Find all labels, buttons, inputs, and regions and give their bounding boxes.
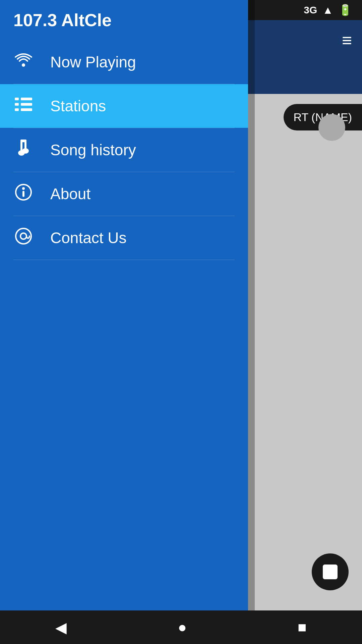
drawer-title: 107.3 AltCle — [13, 10, 112, 30]
stop-icon — [323, 565, 338, 579]
divider-5 — [13, 260, 235, 260]
about-label: About — [50, 185, 90, 203]
gray-circle — [318, 114, 345, 141]
song-history-label: Song history — [50, 141, 136, 159]
menu-item-song-history[interactable]: Song history — [0, 128, 248, 172]
status-right: 3G ▲ 🔋 — [304, 4, 352, 16]
info-icon — [13, 183, 34, 205]
nav-bar: ◀ ● ■ — [0, 610, 362, 644]
menu-item-about[interactable]: About — [0, 172, 248, 216]
nav-drawer: 107.3 AltCle Now Playing — [0, 0, 248, 624]
back-button[interactable]: ◀ — [45, 615, 77, 639]
list-icon — [13, 96, 34, 116]
svg-rect-1 — [15, 98, 19, 100]
svg-point-16 — [20, 233, 26, 239]
svg-rect-6 — [21, 108, 32, 111]
svg-point-14 — [22, 187, 25, 190]
menu-item-stations[interactable]: Stations — [0, 84, 248, 128]
battery-icon: 🔋 — [339, 4, 352, 16]
signal-icon: ▲ — [322, 4, 333, 16]
svg-rect-5 — [15, 108, 19, 111]
svg-rect-4 — [21, 103, 32, 106]
stop-button[interactable] — [312, 553, 349, 590]
network-label: 3G — [304, 4, 317, 16]
stations-label: Stations — [50, 97, 106, 115]
svg-point-11 — [22, 148, 29, 154]
contact-us-label: Contact Us — [50, 229, 127, 247]
svg-rect-9 — [20, 140, 26, 142]
svg-point-0 — [22, 63, 25, 67]
menu-item-contact-us[interactable]: Contact Us — [0, 216, 248, 260]
drawer-menu: Now Playing Stations — [0, 40, 248, 624]
menu-item-now-playing[interactable]: Now Playing — [0, 40, 248, 84]
at-icon — [13, 227, 34, 249]
svg-rect-2 — [21, 98, 32, 100]
hamburger-icon[interactable]: ≡ — [342, 32, 352, 49]
drawer-header: 107.3 AltCle — [0, 0, 248, 40]
svg-rect-3 — [15, 103, 19, 106]
home-button[interactable]: ● — [168, 615, 197, 639]
now-playing-label: Now Playing — [50, 53, 136, 71]
svg-rect-13 — [22, 191, 24, 197]
recents-button[interactable]: ■ — [288, 615, 317, 639]
wifi-broadcast-icon — [13, 52, 34, 73]
music-note-icon — [13, 140, 34, 161]
